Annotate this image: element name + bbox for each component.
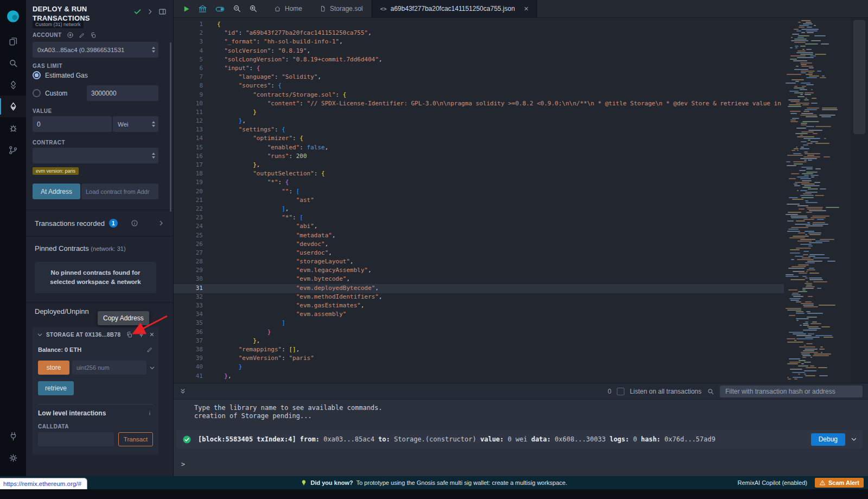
sidebar-item-search[interactable] [0, 52, 26, 74]
bottom-strip [0, 489, 868, 499]
copilot-toggle[interactable] [215, 4, 225, 14]
tab-build-info-json[interactable]: <> a69b43f277ba20fcac141151250ca755.json… [372, 0, 538, 17]
play-icon [182, 5, 190, 13]
stepper-icon[interactable] [152, 121, 155, 127]
scrollbar-thumb[interactable] [853, 20, 865, 134]
transactions-recorded-row[interactable]: Transactions recorded 1 [26, 210, 173, 237]
tab-home[interactable]: Home [265, 0, 311, 17]
expand-terminal-icon[interactable] [179, 388, 187, 395]
solidity-compiler-icon [8, 80, 18, 90]
terminal: 0 Listen on all transactions Type the li… [174, 383, 868, 476]
file-icon [320, 5, 326, 12]
gas-limit-label: GAS LIMIT [33, 63, 62, 69]
low-level-label: Low level interactions [38, 409, 106, 417]
sidebar-item-git[interactable] [0, 139, 26, 161]
sidebar-item-deploy-run[interactable] [0, 96, 26, 117]
file-explorer-icon [8, 36, 18, 47]
value-unit-select[interactable]: Wei [113, 116, 158, 132]
code-file-icon: <> [380, 6, 387, 12]
tx-log-text: [block:5583405 txIndex:4] from: 0xa03...… [198, 435, 716, 444]
retrieve-button[interactable]: retrieve [38, 381, 74, 395]
network-badge: Custom (31) network [33, 21, 84, 28]
search-icon[interactable] [707, 388, 714, 395]
account-select[interactable]: 0xA03...85ac4 (0.39866531531 [33, 42, 158, 58]
editor-code[interactable]: { "id": "a69b43f277ba20fcac141151250ca75… [217, 20, 784, 383]
listen-checkbox[interactable] [617, 388, 624, 395]
stepper-icon[interactable] [152, 47, 155, 53]
success-check-icon [182, 435, 192, 444]
contract-label: CONTRACT [33, 140, 65, 146]
info-icon[interactable] [131, 219, 138, 227]
transact-button[interactable]: Transact [118, 432, 153, 446]
zoom-out-button[interactable] [233, 4, 241, 13]
panel-layout-icon[interactable] [158, 8, 167, 16]
custom-gas-label: Custom [45, 90, 67, 97]
contract-select[interactable] [33, 148, 158, 163]
zoom-in-button[interactable] [249, 4, 258, 13]
transactions-recorded-label: Transactions recorded [35, 219, 105, 228]
chevron-down-icon[interactable] [37, 332, 43, 338]
debug-button[interactable]: Debug [811, 433, 845, 446]
expand-tx-icon[interactable] [851, 436, 857, 443]
account-label: ACCOUNT [33, 32, 62, 38]
custom-gas-input[interactable] [87, 85, 158, 101]
at-address-button[interactable]: At Address [33, 184, 80, 199]
edit-balance-icon[interactable] [146, 346, 153, 353]
chevron-right-icon[interactable] [146, 8, 154, 15]
value-label: VALUE [33, 108, 52, 114]
zoom-in-icon [249, 4, 258, 13]
custom-gas-radio[interactable] [33, 89, 41, 97]
calldata-input[interactable] [38, 432, 114, 446]
scam-alert-button[interactable]: Scam Alert [815, 478, 864, 488]
minimap[interactable] [784, 18, 851, 383]
annotation-arrow [129, 314, 170, 338]
status-bar: Did you know? To prototype using the Gno… [0, 476, 868, 489]
terminal-log-line: Type the library name to see available c… [194, 404, 868, 412]
terminal-filter-input[interactable] [720, 386, 863, 397]
panel-scrollbar[interactable] [170, 42, 171, 212]
listen-count: 0 [608, 388, 611, 395]
remix-ide: DEPLOY & RUN TRANSACTIONS Custom (31) ne… [0, 0, 868, 499]
sidebar-item-solidity-compiler[interactable] [0, 74, 26, 96]
sidebar-item-settings[interactable] [0, 447, 26, 469]
at-address-input[interactable] [81, 184, 158, 199]
warning-icon [819, 479, 826, 486]
editor-gutter: 1234567891011121314151617181920212223242… [174, 18, 217, 383]
store-button[interactable]: store [38, 361, 69, 375]
editor-topbar: Home Storage.sol <> a69b43f277ba20fcac14… [174, 0, 868, 18]
tx-count-badge: 1 [109, 219, 118, 228]
stepper-icon[interactable] [152, 153, 155, 159]
bank-button[interactable] [198, 4, 207, 14]
zoom-out-icon [233, 4, 241, 13]
sidebar-item-plugin-manager[interactable] [0, 425, 26, 447]
info-icon[interactable] [146, 410, 153, 416]
estimated-gas-radio[interactable] [33, 71, 41, 79]
contract-instance-label: STORAGE AT 0X136...8B78 [46, 332, 120, 338]
store-input[interactable] [72, 361, 146, 375]
deployed-contract-card: STORAGE AT 0X136...8B78 × Balance: 0 ETH… [33, 327, 158, 455]
gear-icon [8, 453, 18, 463]
pinned-contracts-title: Pinned Contracts (network: 31) [35, 244, 126, 252]
check-icon [133, 8, 142, 16]
close-tab-icon[interactable]: × [524, 4, 528, 13]
code-editor[interactable]: 1234567891011121314151617181920212223242… [174, 18, 868, 383]
deploy-run-icon [8, 102, 18, 112]
terminal-log-line: creation of Storage pending... [194, 412, 868, 420]
listen-label: Listen on all transactions [630, 388, 701, 395]
expand-store-icon[interactable] [149, 365, 155, 371]
sidebar-item-file-explorer[interactable] [0, 30, 26, 52]
editor-scrollbar[interactable] [851, 18, 868, 383]
tab-storage-sol[interactable]: Storage.sol [311, 0, 372, 17]
add-account-icon[interactable] [67, 31, 74, 39]
sidebar-item-debugger[interactable] [0, 117, 26, 139]
plug-icon [8, 431, 18, 441]
copy-icon[interactable] [90, 32, 97, 39]
panel-title: DEPLOY & RUN TRANSACTIONS [33, 4, 90, 23]
run-script-button[interactable] [182, 5, 190, 13]
value-input[interactable] [33, 116, 112, 132]
edit-icon[interactable] [79, 32, 85, 39]
terminal-prompt[interactable]: > [181, 460, 185, 469]
transaction-log[interactable]: [block:5583405 txIndex:4] from: 0xa03...… [177, 430, 863, 449]
remix-logo-icon[interactable] [0, 4, 26, 28]
chevron-right-icon[interactable] [158, 220, 164, 226]
